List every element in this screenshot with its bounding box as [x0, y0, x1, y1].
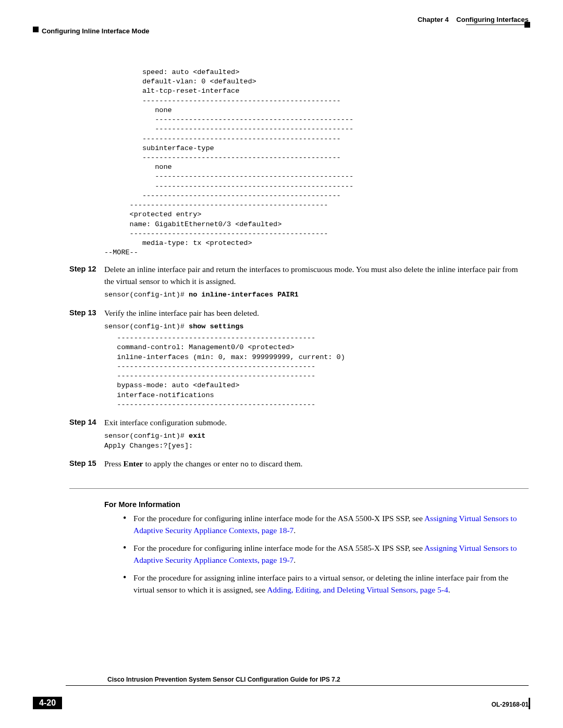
cmd-bold: show settings [189, 323, 243, 330]
header-marker-left [33, 27, 39, 32]
step-13-output: ----------------------------------------… [104, 334, 529, 410]
step-text: Press Enter to apply the changes or ente… [104, 458, 529, 470]
header-rule [466, 24, 529, 25]
chapter-title: Configuring Interfaces [456, 16, 529, 23]
t4: no [240, 461, 249, 468]
li-tail: . [293, 526, 296, 535]
step-13-command: sensor(config-int)# show settings [104, 322, 529, 331]
for-more-info-heading: For More Information [104, 500, 529, 509]
section-separator [69, 488, 529, 489]
footer-marker-right [529, 698, 530, 709]
page: Chapter 4 Configuring Interfaces Configu… [0, 0, 563, 728]
page-number-badge: 4-20 [33, 697, 62, 709]
cmd-prefix: sensor(config-int)# [104, 432, 189, 440]
step-text: Delete an inline interface pair and retu… [104, 264, 529, 287]
li-tail: . [448, 585, 450, 594]
li-text: For the procedure for configuring inline… [133, 514, 424, 523]
step-text: Exit interface configuration submode. [104, 417, 529, 428]
step-label: Step 15 [69, 458, 104, 473]
cmd-prefix: sensor(config-int)# [104, 323, 189, 330]
list-item: For the procedure for configuring inline… [123, 542, 529, 566]
page-header: Chapter 4 Configuring Interfaces Configu… [34, 16, 529, 36]
t2: Enter [124, 459, 143, 468]
step-text: Verify the inline interface pair has bee… [104, 307, 529, 319]
step-13: Step 13 Verify the inline interface pair… [34, 307, 529, 411]
cli-output-top: speed: auto <defaulted> default-vlan: 0 … [104, 68, 529, 257]
page-footer: Cisco Intrusion Prevention System Sensor… [34, 685, 529, 709]
step-15: Step 15 Press Enter to apply the changes… [34, 458, 529, 473]
cmd-prefix: sensor(config-int)# [104, 291, 189, 299]
cmd-bold: exit [189, 432, 205, 440]
step-12-command: sensor(config-int)# no inline-interfaces… [104, 290, 529, 300]
step-12: Step 12 Delete an inline interface pair … [34, 264, 529, 301]
t3: to apply the changes or enter [143, 459, 240, 468]
t5: to discard them. [249, 459, 302, 468]
list-item: For the procedure for configuring inline… [123, 513, 529, 536]
li-text: For the procedure for configuring inline… [133, 544, 424, 552]
step-14-output: Apply Changes:?[yes]: [104, 442, 193, 450]
footer-doc-title: Cisco Intrusion Prevention System Sensor… [107, 676, 340, 683]
step-label: Step 14 [69, 417, 104, 452]
header-chapter: Chapter 4 Configuring Interfaces [418, 16, 529, 23]
li-tail: . [293, 556, 296, 564]
cmd-bold: no inline-interfaces PAIR1 [189, 291, 299, 299]
footer-doc-id: OL-29168-01 [492, 701, 529, 708]
footer-rule [66, 685, 529, 686]
list-item: For the procedure for assigning inline i… [123, 572, 529, 596]
step-14: Step 14 Exit interface configuration sub… [34, 417, 529, 452]
step-label: Step 13 [69, 307, 104, 411]
page-content: speed: auto <defaulted> default-vlan: 0 … [34, 36, 529, 596]
t1: Press [104, 459, 124, 468]
step-14-command: sensor(config-int)# exit Apply Changes:?… [104, 431, 529, 450]
for-more-info-list: For the procedure for configuring inline… [123, 513, 529, 596]
xref-link[interactable]: Adding, Editing, and Deleting Virtual Se… [267, 585, 448, 594]
chapter-label: Chapter 4 [418, 16, 449, 23]
section-title: Configuring Inline Interface Mode [42, 27, 150, 35]
step-label: Step 12 [69, 264, 104, 301]
